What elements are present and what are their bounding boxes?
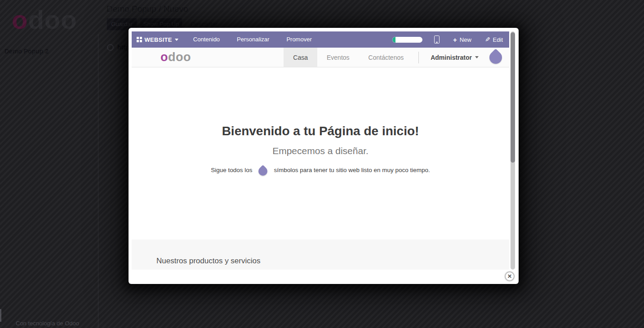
caret-down-icon	[475, 56, 479, 58]
site-nav: Casa Eventos Contáctenos Administrator	[284, 48, 509, 67]
logo-letter: o	[12, 5, 28, 34]
left-edge-notch	[0, 309, 1, 322]
products-section-heading: Nuestros productos y servicios	[132, 239, 509, 266]
hero-title: Bienvenido a tu Página de inicio!	[132, 67, 509, 138]
caret-down-icon	[175, 39, 178, 41]
odoo-backend-logo: odoo	[12, 4, 77, 35]
hero-title-bold: Página de inicio!	[319, 124, 419, 138]
nav-item-eventos[interactable]: Eventos	[317, 48, 359, 67]
hero-title-normal: Bienvenido a tu	[222, 124, 319, 138]
website-toolbar: WEBSITE Contenido Personalizar Promover …	[132, 31, 509, 48]
edit-button[interactable]: ✎ Edit	[485, 36, 503, 43]
website-preview-modal: WEBSITE Contenido Personalizar Promover …	[129, 28, 519, 284]
logo-letter: o	[160, 50, 168, 64]
nav-divider	[418, 52, 419, 63]
sidebar-divider	[98, 34, 98, 328]
discard-button: Descartar	[191, 21, 218, 28]
website-menu-label: WEBSITE	[145, 36, 172, 43]
hero-subtitle: Empecemos a diseñar.	[132, 146, 509, 156]
site-logo[interactable]: odoo	[160, 51, 191, 63]
tutorial-progress-fill	[392, 37, 395, 43]
modal-body: WEBSITE Contenido Personalizar Promover …	[132, 31, 515, 270]
scrollbar-column	[509, 31, 515, 270]
mobile-preview-icon[interactable]	[434, 35, 440, 44]
breadcrumb: Demo Popup / Nuevo	[107, 4, 188, 14]
tutorial-progress-bar	[392, 37, 422, 43]
website-frame: WEBSITE Contenido Personalizar Promover …	[132, 31, 509, 270]
menu-contenido[interactable]: Contenido	[185, 31, 228, 48]
homepage-hero: Bienvenido a tu Página de inicio! Empece…	[132, 67, 509, 239]
menu-promover[interactable]: Promover	[278, 31, 320, 48]
radio-button	[107, 44, 114, 51]
menu-personalizar[interactable]: Personalizar	[228, 31, 278, 48]
close-icon[interactable]: ✕	[505, 271, 515, 281]
website-menu-button[interactable]: WEBSITE	[137, 36, 178, 43]
logo-letters: doo	[168, 50, 191, 64]
tip-text-before: Sigue todos los	[211, 167, 252, 173]
products-section: Nuestros productos y servicios	[132, 239, 509, 270]
apps-grid-icon	[137, 37, 142, 42]
user-menu-label: Administrator	[431, 54, 472, 61]
nav-item-casa[interactable]: Casa	[284, 48, 317, 67]
logo-letters: doo	[28, 5, 77, 34]
toolbar-right-group: + New ✎ Edit	[392, 35, 509, 44]
new-button[interactable]: + New	[453, 36, 471, 43]
new-button-label: New	[460, 36, 471, 43]
plus-icon: +	[453, 36, 457, 43]
sidebar-item-demo-popup-2: Demo Popup 2	[4, 48, 49, 55]
pencil-icon: ✎	[485, 36, 490, 43]
radio-label: http	[117, 44, 129, 51]
site-header: odoo Casa Eventos Contáctenos Administra…	[132, 48, 509, 67]
modal-footer: ✕	[129, 270, 519, 284]
drop-symbol-icon	[257, 165, 269, 177]
hero-tip: Sigue todos los símbolos para tener tu s…	[132, 164, 509, 176]
edit-button-label: Edit	[493, 36, 503, 43]
tip-text-after: símbolos para tener tu sitio web listo e…	[274, 167, 430, 173]
screen: odoo Demo Popup / Nuevo Guardar Show Pop…	[0, 0, 644, 328]
tutorial-drop-icon[interactable]	[487, 49, 505, 66]
scrollbar-thumb[interactable]	[511, 32, 515, 163]
nav-item-contactenos[interactable]: Contáctenos	[359, 48, 413, 67]
powered-by-odoo-text: Con tecnología de Odoo	[16, 320, 79, 327]
user-menu-administrator[interactable]: Administrator	[424, 48, 485, 67]
